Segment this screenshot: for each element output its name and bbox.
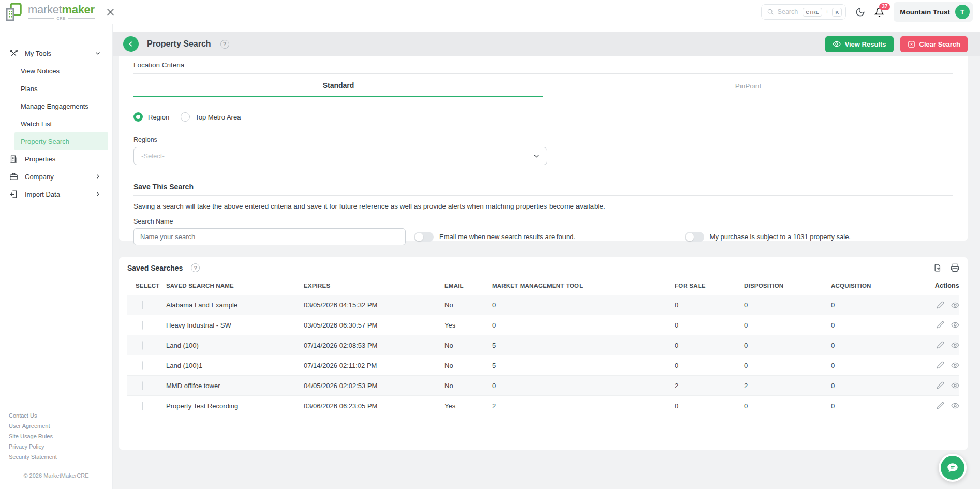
tab-label: PinPoint (735, 82, 761, 90)
user-menu[interactable]: Mountain Trust T (894, 2, 973, 22)
acquisition-value: 0 (831, 342, 930, 349)
sidebar-item-watch-list[interactable]: Watch List (0, 115, 112, 132)
tab-pinpoint[interactable]: PinPoint (543, 75, 953, 97)
logo-text-market: market (28, 3, 62, 16)
location-criteria-label: Location Criteria (133, 61, 953, 69)
view-button[interactable] (951, 381, 959, 390)
sidebar-item-manage-engagements[interactable]: Manage Engagements (0, 97, 112, 115)
row-checkbox[interactable] (142, 402, 143, 410)
global-search-input[interactable]: Search CTRL + K (761, 4, 847, 20)
expires-value: 03/06/2026 06:23:05 PM (304, 402, 444, 410)
edit-button[interactable] (937, 381, 944, 390)
for-sale-value: 0 (675, 342, 744, 349)
view-button[interactable] (951, 321, 959, 329)
acquisition-value: 0 (831, 362, 930, 369)
sidebar-item-my-tools[interactable]: My Tools (0, 45, 112, 62)
row-checkbox[interactable] (142, 381, 143, 390)
sidebar-close-button[interactable] (106, 8, 115, 17)
expires-value: 04/05/2026 02:02:53 PM (304, 382, 444, 390)
pencil-icon (937, 341, 944, 349)
link-user-agreement[interactable]: User Agreement (0, 421, 112, 431)
link-security-statement[interactable]: Security Statement (0, 452, 112, 462)
expires-value: 03/05/2026 04:15:32 PM (304, 301, 444, 309)
purchase-toggle-label: My purchase is subject to a 1031 propert… (710, 233, 851, 241)
clear-search-label: Clear Search (919, 40, 961, 48)
mmt-value: 0 (492, 301, 675, 309)
sidebar-footer: Contact Us User Agreement Site Usage Rul… (0, 410, 112, 489)
edit-button[interactable] (937, 301, 944, 309)
sidebar-item-view-notices[interactable]: View Notices (0, 62, 112, 80)
edit-button[interactable] (937, 321, 944, 329)
table-row: Land (100) 07/14/2026 02:08:53 PM No 5 0… (127, 335, 959, 355)
row-checkbox[interactable] (142, 341, 143, 350)
close-icon (106, 8, 115, 17)
link-site-usage-rules[interactable]: Site Usage Rules (0, 431, 112, 441)
mmt-value: 0 (492, 321, 675, 329)
tab-standard[interactable]: Standard (133, 75, 543, 97)
app-logo: marketmaker CRE (5, 3, 95, 21)
top-spacer (113, 24, 980, 32)
chevron-down-icon (533, 153, 540, 159)
row-checkbox[interactable] (142, 361, 143, 370)
radio-top-metro-area[interactable]: Top Metro Area (181, 112, 241, 122)
expires-value: 07/14/2026 02:11:02 PM (304, 362, 444, 369)
regions-select[interactable]: -Select- (133, 147, 547, 165)
link-privacy-policy[interactable]: Privacy Policy (0, 441, 112, 452)
for-sale-value: 0 (675, 321, 744, 329)
shortcut-ctrl-key: CTRL (803, 8, 822, 17)
eye-icon (833, 40, 841, 48)
saved-search-name: Alabama Land Example (166, 301, 304, 309)
column-expires: EXPIRES (304, 283, 444, 289)
edit-button[interactable] (937, 402, 944, 410)
view-button[interactable] (951, 341, 959, 349)
edit-button[interactable] (937, 361, 944, 369)
sidebar-item-company[interactable]: Company (0, 168, 112, 185)
sidebar-item-properties[interactable]: Properties (0, 150, 112, 168)
purchase-1031-toggle[interactable] (685, 232, 704, 242)
disposition-value: 0 (744, 402, 831, 410)
view-button[interactable] (951, 402, 959, 410)
logo-text-maker: maker (62, 3, 94, 16)
location-tabs: Standard PinPoint (133, 75, 953, 97)
regions-label: Regions (133, 136, 953, 143)
eye-icon (951, 402, 959, 410)
clear-search-button[interactable]: Clear Search (900, 36, 968, 52)
column-disposition: DISPOSITION (744, 283, 831, 289)
search-name-input[interactable] (133, 228, 406, 245)
sidebar-item-plans[interactable]: Plans (0, 80, 112, 97)
view-button[interactable] (951, 301, 959, 309)
help-icon[interactable]: ? (220, 40, 229, 49)
chat-button[interactable] (939, 454, 967, 482)
print-button[interactable] (951, 263, 959, 272)
page-title: Property Search (147, 39, 211, 49)
for-sale-value: 0 (675, 362, 744, 369)
column-acquisition: ACQUISITION (831, 283, 930, 289)
edit-button[interactable] (937, 341, 944, 349)
for-sale-value: 2 (675, 382, 744, 390)
row-checkbox[interactable] (142, 321, 143, 330)
sidebar-item-import-data[interactable]: Import Data (0, 185, 112, 203)
sidebar: My Tools View Notices Plans Manage Engag… (0, 24, 113, 489)
dark-mode-toggle[interactable] (855, 7, 865, 17)
view-button[interactable] (951, 361, 959, 369)
email-alerts-toggle[interactable] (414, 232, 434, 242)
column-email: EMAIL (444, 283, 492, 289)
view-results-button[interactable]: View Results (825, 36, 894, 52)
notifications-button[interactable]: 37 (874, 7, 884, 17)
toggle-knob (686, 233, 694, 241)
saved-search-name: Heavy Industrial - SW (166, 321, 304, 329)
link-contact-us[interactable]: Contact Us (0, 410, 112, 421)
back-button[interactable] (123, 36, 139, 52)
radio-label: Region (148, 113, 169, 121)
export-button[interactable] (933, 263, 942, 272)
chevron-left-icon (127, 40, 135, 48)
help-icon[interactable]: ? (191, 263, 200, 272)
save-search-description: Saving a search will take the above ente… (133, 202, 953, 210)
radio-region[interactable]: Region (133, 112, 169, 122)
sidebar-item-property-search[interactable]: Property Search (14, 132, 108, 150)
user-name: Mountain Trust (900, 8, 950, 16)
logo-sub-cre: CRE (57, 17, 66, 20)
saved-searches-card: Saved Searches ? (119, 257, 968, 450)
disposition-value: 0 (744, 301, 831, 309)
row-checkbox[interactable] (142, 301, 143, 309)
